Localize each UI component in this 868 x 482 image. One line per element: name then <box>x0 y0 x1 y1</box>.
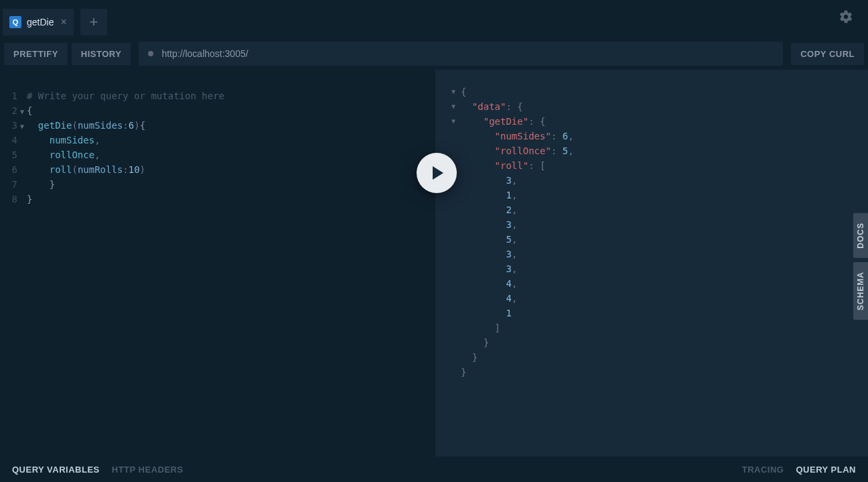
main-area: 1 2▼ 3▼ 4 5 6 7 8 # Write your query or … <box>0 70 868 457</box>
tab-getdie[interactable]: Q getDie × <box>3 9 74 36</box>
prettify-button[interactable]: Prettify <box>4 43 68 65</box>
close-icon[interactable]: × <box>60 16 66 28</box>
top-bar: Q getDie × + <box>0 0 868 38</box>
fold-icon[interactable]: ▼ <box>451 99 455 114</box>
tab-title: getDie <box>27 17 54 27</box>
schema-tab[interactable]: SCHEMA <box>853 262 868 320</box>
history-button[interactable]: History <box>72 43 131 65</box>
fold-icon[interactable]: ▼ <box>451 114 455 129</box>
query-plan-tab[interactable]: Query Plan <box>796 465 856 475</box>
query-variables-tab[interactable]: Query Variables <box>12 465 100 475</box>
new-tab-button[interactable]: + <box>80 9 107 36</box>
toolbar: Prettify History http://localhost:3005/ … <box>0 38 868 70</box>
query-editor[interactable]: 1 2▼ 3▼ 4 5 6 7 8 # Write your query or … <box>0 70 435 457</box>
fold-icon[interactable]: ▼ <box>20 119 24 134</box>
gear-icon[interactable] <box>829 9 863 28</box>
comment: # Write your query or mutation here <box>27 91 224 101</box>
tab-badge: Q <box>9 16 21 28</box>
query-code[interactable]: # Write your query or mutation here { ge… <box>27 88 224 206</box>
tracing-tab[interactable]: Tracing <box>742 465 784 475</box>
tabs-area: Q getDie × + <box>0 2 829 36</box>
docs-tab[interactable]: DOCS <box>853 213 868 258</box>
http-headers-tab[interactable]: HTTP Headers <box>112 465 184 475</box>
response-json: ▼{ ▼ "data": { ▼ "getDie": { "numSides":… <box>461 84 574 379</box>
line-gutter: 1 2▼ 3▼ 4 5 6 7 8 <box>0 88 23 206</box>
play-icon <box>433 166 443 180</box>
url-bar[interactable]: http://localhost:3005/ <box>139 42 783 66</box>
run-button[interactable] <box>417 153 457 193</box>
status-dot-icon <box>148 51 153 56</box>
fold-icon[interactable]: ▼ <box>451 84 455 99</box>
copy-curl-button[interactable]: Copy CURL <box>791 43 864 65</box>
bottom-bar: Query Variables HTTP Headers Tracing Que… <box>0 457 868 482</box>
fold-icon[interactable]: ▼ <box>20 105 24 119</box>
side-tabs: DOCS SCHEMA <box>853 213 868 320</box>
url-input[interactable]: http://localhost:3005/ <box>161 48 248 59</box>
response-pane: ▼{ ▼ "data": { ▼ "getDie": { "numSides":… <box>435 70 868 457</box>
